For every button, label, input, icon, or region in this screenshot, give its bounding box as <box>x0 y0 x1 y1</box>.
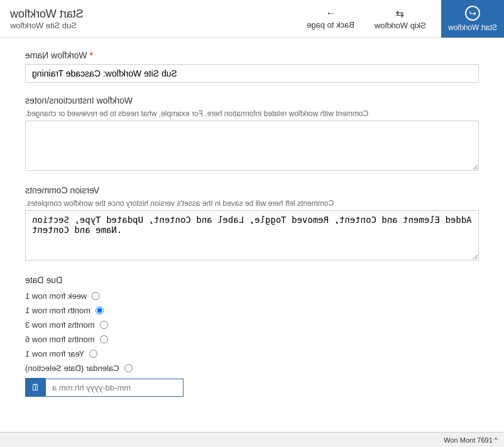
workflow-instructions-label: Workflow Instructions\notes <box>25 95 479 105</box>
radio-item-1year: 1 Year from now <box>25 349 97 358</box>
radio-1week[interactable] <box>92 292 100 300</box>
radio-label-6months: 6 months from now <box>25 335 95 344</box>
skip-icon: ⇄ <box>396 8 404 19</box>
radio-label-1month: 1 month from now <box>25 306 90 315</box>
workflow-name-label: * Workflow Name <box>25 50 479 60</box>
version-comments-textarea[interactable] <box>25 210 479 261</box>
workflow-instructions-hint: Comment with workflow related informatio… <box>25 109 479 118</box>
header-nav: ⇄ Skip Workflow → Back to page <box>307 8 426 30</box>
date-input-field[interactable] <box>45 379 184 397</box>
date-input-row: 🗓 <box>25 378 479 397</box>
header: ↩ Start Workflow ⇄ Skip Workflow → Back … <box>0 0 504 38</box>
status-bar: Won Mont 7691 ^ <box>0 432 504 447</box>
radio-calendar[interactable] <box>124 364 133 372</box>
radio-1year[interactable] <box>89 350 97 358</box>
start-workflow-label: Start Workflow <box>448 23 497 32</box>
radio-label-3months: 3 months from now <box>25 320 95 330</box>
back-to-page-nav[interactable]: → Back to page <box>307 8 354 30</box>
radio-item-1week: 1 week from now <box>25 291 100 301</box>
calendar-button[interactable]: 🗓 <box>25 378 45 397</box>
header-title: Start Workflow Sub Site Workflow <box>10 8 84 30</box>
radio-label-1year: 1 Year from now <box>25 349 84 358</box>
skip-workflow-nav[interactable]: ⇄ Skip Workflow <box>375 8 426 30</box>
version-comments-label: Version Comments <box>25 185 479 195</box>
workflow-instructions-group: Workflow Instructions\notes Comment with… <box>25 95 479 173</box>
radio-3months[interactable] <box>100 321 108 329</box>
radio-item-calendar: Calendar (Date Selection) <box>25 364 133 373</box>
workflow-circle-icon: ↩ <box>465 6 480 21</box>
radio-label-1week: 1 week from now <box>25 291 87 301</box>
workflow-name-label-text: Workflow Name <box>25 50 87 60</box>
workflow-name-group: * Workflow Name <box>25 50 479 83</box>
back-icon: → <box>326 8 336 19</box>
workflow-instructions-textarea[interactable] <box>25 121 479 171</box>
title-sub: Sub Site Workflow <box>10 21 84 30</box>
main-content: * Workflow Name Workflow Instructions\no… <box>0 38 504 447</box>
radio-label-calendar: Calendar (Date Selection) <box>25 364 119 373</box>
radio-item-3months: 3 months from now <box>25 320 108 330</box>
status-text: Won Mont 7691 ^ <box>444 436 498 444</box>
workflow-name-input[interactable] <box>25 64 479 83</box>
title-main: Start Workflow <box>10 8 84 21</box>
due-date-radio-group: 1 week from now 1 month from now 3 month… <box>25 291 479 373</box>
radio-item-6months: 6 months from now <box>25 335 108 344</box>
required-star: * <box>89 50 92 60</box>
start-workflow-button[interactable]: ↩ Start Workflow <box>441 0 504 38</box>
radio-6months[interactable] <box>100 335 108 343</box>
skip-workflow-label: Skip Workflow <box>375 21 426 30</box>
version-comments-group: Version Comments Comments left here will… <box>25 185 479 262</box>
version-comments-hint: Comments left here will be saved in the … <box>25 199 479 208</box>
due-date-label: Due Date <box>25 275 479 285</box>
calendar-icon: 🗓 <box>31 382 40 392</box>
header-left: ↩ Start Workflow ⇄ Skip Workflow → Back … <box>307 0 494 38</box>
radio-1month[interactable] <box>96 306 104 315</box>
back-to-page-label: Back to page <box>307 20 354 30</box>
due-date-section: Due Date 1 week from now 1 month from no… <box>25 275 479 397</box>
radio-item-1month: 1 month from now <box>25 306 104 315</box>
